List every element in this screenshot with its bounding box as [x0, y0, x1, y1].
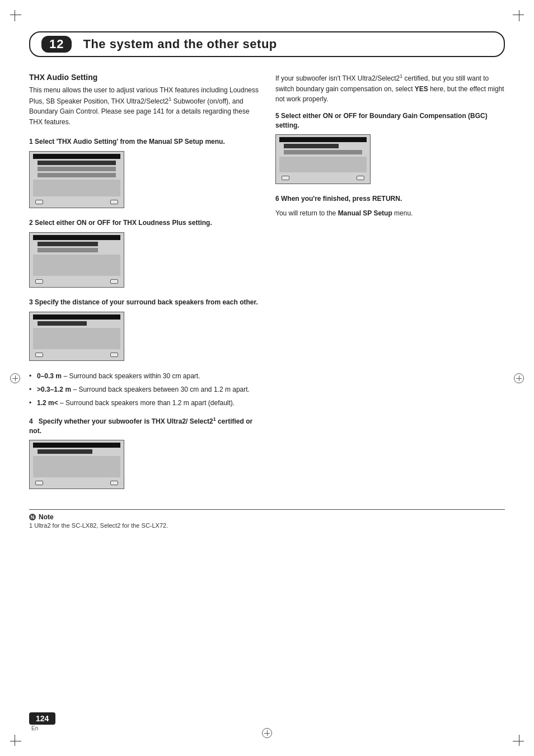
screen-1-row-selected — [38, 161, 116, 165]
screen-4-row-selected — [38, 449, 92, 454]
screen-5-topbar — [279, 137, 367, 142]
corner-mark-bl — [10, 730, 26, 746]
bullet-item-3: 1.2 m< – Surround back speakers more tha… — [29, 398, 259, 408]
section-heading: THX Audio Setting — [29, 73, 259, 82]
screen-3-row-selected — [38, 321, 87, 326]
screen-5-row-selected — [284, 144, 339, 148]
screen-3-gray-block — [33, 328, 120, 349]
screen-5-btn-right — [357, 176, 364, 180]
screen-2-row-selected — [38, 242, 98, 246]
screen-2-footer — [33, 278, 120, 284]
bullet-item-1: 0–0.3 m – Surround back speakers within … — [29, 371, 259, 381]
screen-4-topbar — [33, 443, 120, 448]
screen-1-row-1 — [38, 167, 116, 171]
bottom-center-crosshair — [262, 728, 272, 738]
note-icon: N — [29, 514, 36, 520]
screen-4-btn-right — [110, 481, 118, 485]
screen-2-inner — [29, 232, 124, 288]
screen-5 — [275, 134, 505, 184]
page-footer: N Note 1 Ultra2 for the SC-LX82, Select2… — [29, 509, 505, 529]
screen-1-btn-left — [35, 200, 43, 204]
screen-1-gray-block — [33, 180, 120, 196]
screen-2-btn-left — [35, 279, 43, 284]
page-lang: En — [31, 725, 38, 731]
screen-3-inner — [29, 312, 124, 361]
step-2-block: 2 Select either ON or OFF for THX Loudne… — [29, 218, 259, 288]
step-5-heading: 5 Select either ON or OFF for Boundary G… — [275, 111, 505, 130]
screen-4-btn-left — [35, 481, 43, 485]
left-column: THX Audio Setting This menu allows the u… — [29, 73, 259, 499]
chapter-header: 12 The system and the other setup — [29, 31, 505, 57]
bullet-item-2: >0.3–1.2 m – Surround back speakers betw… — [29, 384, 259, 395]
step-6-body: You will return to the Manual SP Setup m… — [275, 208, 505, 219]
screen-3-topbar — [33, 314, 120, 320]
section-thx-intro: THX Audio Setting This menu allows the u… — [29, 73, 259, 127]
note-text: 1 Ultra2 for the SC-LX82, Select2 for th… — [29, 522, 505, 529]
step-6-block: 6 When you're finished, press RETURN. Yo… — [275, 194, 505, 218]
step-3-heading: 3 Specify the distance of your surround … — [29, 298, 259, 307]
screen-3-btn-right — [110, 353, 118, 357]
note-heading: N Note — [29, 513, 505, 521]
mid-left-crosshair — [10, 373, 20, 383]
screen-4-footer — [33, 480, 120, 485]
corner-mark-tr — [508, 10, 524, 26]
corner-mark-br — [508, 730, 524, 746]
screen-1-row-2 — [38, 173, 116, 177]
screen-4-gray-block — [33, 456, 120, 477]
step-3-block: 3 Specify the distance of your surround … — [29, 298, 259, 361]
screen-2-gray-block — [33, 255, 120, 276]
screen-1-inner — [29, 151, 124, 208]
step-2-heading: 2 Select either ON or OFF for THX Loudne… — [29, 218, 259, 228]
screen-5-footer — [279, 175, 367, 180]
screen-3-btn-left — [35, 353, 43, 357]
screen-2-topbar — [33, 235, 120, 240]
section-body: This menu allows the user to adjust vari… — [29, 85, 259, 127]
mid-right-crosshair — [514, 373, 524, 383]
screen-4-inner — [29, 440, 124, 489]
step-1-heading: 1 Select 'THX Audio Setting' from the Ma… — [29, 137, 259, 147]
screen-1 — [29, 151, 259, 208]
screen-1-topbar — [33, 154, 120, 159]
right-body-1: If your subwoofer isn't THX Ultra2/Selec… — [275, 73, 505, 105]
chapter-number: 12 — [41, 36, 72, 53]
step-5-block: 5 Select either ON or OFF for Boundary G… — [275, 111, 505, 185]
right-column: If your subwoofer isn't THX Ultra2/Selec… — [275, 73, 505, 499]
screen-5-btn-left — [282, 176, 289, 180]
screen-1-btn-right — [110, 200, 118, 204]
step-4-block: 4 Specify whether your subwoofer is THX … — [29, 416, 259, 490]
screen-1-footer — [33, 199, 120, 204]
screen-3 — [29, 312, 259, 361]
screen-5-row-1 — [284, 150, 362, 154]
content-area: THX Audio Setting This menu allows the u… — [29, 73, 505, 499]
screen-2-row-1 — [38, 248, 98, 252]
screen-5-inner — [275, 134, 371, 184]
screen-2 — [29, 232, 259, 288]
screen-4 — [29, 440, 259, 489]
screen-5-gray-block — [279, 157, 367, 172]
step-6-heading: 6 When you're finished, press RETURN. — [275, 194, 505, 204]
screen-2-btn-right — [110, 279, 118, 284]
bullet-list: 0–0.3 m – Surround back speakers within … — [29, 371, 259, 408]
screen-3-footer — [33, 351, 120, 357]
page-number: 124 — [29, 712, 55, 725]
corner-mark-tl — [10, 10, 26, 26]
step-4-heading: 4 Specify whether your subwoofer is THX … — [29, 416, 259, 436]
step-1-block: 1 Select 'THX Audio Setting' from the Ma… — [29, 137, 259, 208]
chapter-title: The system and the other setup — [83, 37, 277, 51]
